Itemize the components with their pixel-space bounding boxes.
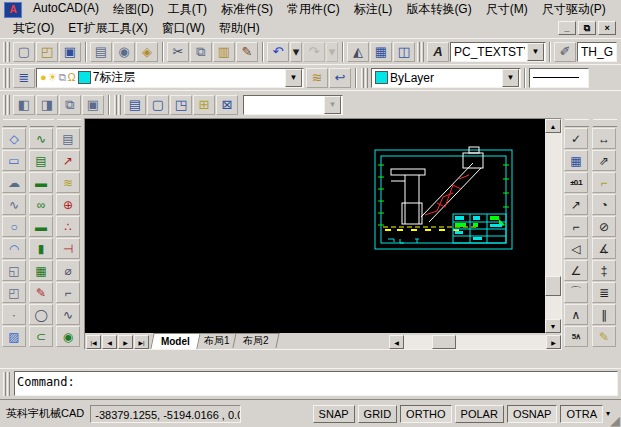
single-viewport-button[interactable]: ◨ (36, 95, 58, 115)
toolbar-grip[interactable] (57, 119, 81, 127)
datum-check-button[interactable]: ✓ (564, 128, 588, 149)
toggle-snap[interactable]: SNAP (313, 405, 355, 423)
pin-part-button[interactable]: ▮ (29, 238, 53, 259)
chevron-down-icon[interactable]: ▼ (502, 69, 519, 87)
minimize-button[interactable]: _ (558, 21, 576, 35)
tool-palettes-button[interactable]: ◫ (393, 42, 415, 62)
toolbar-grip[interactable] (565, 119, 589, 127)
curve-line-button[interactable]: ∿ (56, 304, 80, 325)
close-button[interactable]: × (598, 21, 616, 35)
bushing-part-button[interactable]: ⊂ (29, 326, 53, 347)
leader-arrow-button[interactable]: ↗ (56, 150, 80, 171)
undo-button[interactable]: ↶ (267, 42, 289, 62)
join-viewports-button[interactable]: ▣ (82, 95, 104, 115)
toolbar-grip[interactable] (3, 42, 10, 62)
print-preview-button[interactable]: ◉ (113, 42, 135, 62)
menu-item[interactable]: AutoCAD(A) (26, 0, 106, 19)
hatch-tool-button[interactable]: ▨ (2, 326, 26, 347)
nut-part-button[interactable]: ∞ (29, 194, 53, 215)
toggle-osnap[interactable]: OSNAP (507, 405, 558, 423)
object-viewport-button[interactable]: ⊞ (193, 95, 215, 115)
layer-stack-button[interactable]: ≋ (56, 172, 80, 193)
cut-button[interactable]: ✂ (167, 42, 189, 62)
menu-item[interactable]: ET扩展工具(X) (61, 19, 154, 38)
table-cell-button[interactable]: ▦ (564, 150, 588, 171)
menu-item[interactable]: 常用件(C) (280, 0, 347, 19)
layer-freeze-icon[interactable]: ☀ (48, 72, 58, 83)
layer-plot-icon[interactable]: ⧉ (59, 72, 67, 83)
menu-item[interactable]: 其它(O) (6, 19, 61, 38)
bolt-part-button[interactable]: ▤ (29, 150, 53, 171)
polygon-viewport-button[interactable]: ◳ (170, 95, 192, 115)
tab-nav-button[interactable]: ◀ (102, 335, 117, 349)
command-window-grip[interactable] (3, 372, 10, 396)
toolbar-grip[interactable] (361, 68, 368, 88)
toggle-polar[interactable]: POLAR (455, 405, 504, 423)
menu-item[interactable]: 窗口(W) (155, 19, 212, 38)
stud-part-button[interactable]: ▬ (29, 216, 53, 237)
dimension-edit-button[interactable]: ✎ (592, 326, 616, 347)
make-block-tool-button[interactable]: ◰ (2, 282, 26, 303)
scroll-up-icon[interactable]: ▲ (545, 119, 561, 133)
scroll-left-icon[interactable]: ◀ (389, 335, 404, 349)
menu-item[interactable]: 尺寸(M) (479, 0, 535, 19)
radius-dimension-button[interactable]: ◔ (592, 194, 616, 215)
vertical-scrollbar[interactable]: ▲ ▼ (545, 119, 561, 333)
clip-viewport-button[interactable]: ⊠ (216, 95, 238, 115)
screw-part-button[interactable]: ▬ (29, 172, 53, 193)
ordinate-dimension-button[interactable]: ⌐ (592, 172, 616, 193)
named-views-button[interactable]: ▤ (124, 95, 146, 115)
linear-dimension-button[interactable]: ↔ (592, 128, 616, 149)
aligned-dimension-button[interactable]: ⇗ (592, 150, 616, 171)
scroll-right-icon[interactable]: ▶ (546, 335, 561, 349)
dim-style-combo[interactable]: TH_G (577, 42, 617, 62)
save-button[interactable]: ▣ (59, 42, 81, 62)
spring-part-button[interactable]: ∿ (29, 128, 53, 149)
toolbar-grip[interactable] (3, 119, 27, 127)
toolbar-grip[interactable] (30, 119, 54, 127)
tolerance-button[interactable]: ±0.1 (564, 172, 588, 193)
coordinate-readout[interactable]: -38379.1255, -5194.0166 , 0.0000 (90, 405, 240, 423)
designcenter-button[interactable]: ▦ (370, 42, 392, 62)
diameter-dimension-button[interactable]: ⊘ (592, 216, 616, 237)
vertical-scroll-thumb[interactable] (545, 276, 561, 296)
copy-button[interactable]: ⧉ (190, 42, 212, 62)
toolbar-grip[interactable] (3, 95, 10, 115)
match-properties-button[interactable]: ✎ (236, 42, 258, 62)
chamfer-button[interactable]: ⌐ (564, 216, 588, 237)
slope-button[interactable]: ∠ (564, 260, 588, 281)
tab-model[interactable]: Model (150, 333, 200, 349)
toggle-grid[interactable]: GRID (358, 405, 398, 423)
restore-button[interactable]: ⧉ (578, 21, 596, 35)
toggle-ortho[interactable]: ORTHO (400, 405, 452, 423)
layer-combo[interactable]: ●☀⧉Ω 7标注层 ▼ (36, 68, 304, 88)
color-combo[interactable]: ByLayer ▼ (371, 68, 521, 88)
datum-circle-button[interactable]: ⌀ (56, 260, 80, 281)
menu-item[interactable]: 标注(L) (347, 0, 400, 19)
green-target-button[interactable]: ◉ (56, 326, 80, 347)
toggle-otrack[interactable]: OTRA (560, 405, 603, 423)
drawing-canvas[interactable] (85, 119, 545, 333)
center-target-button[interactable]: ⊕ (56, 194, 80, 215)
leader-text-button[interactable]: ↗ (564, 194, 588, 215)
layer-lock-icon[interactable]: Ω (67, 72, 75, 83)
revision-cloud-tool-button[interactable]: ☁ (2, 172, 26, 193)
toolbar-grip[interactable] (593, 119, 617, 127)
menu-item[interactable]: 标准件(S) (214, 0, 280, 19)
layer-previous-button[interactable]: ↩ (329, 68, 351, 88)
menu-item[interactable]: 尺寸驱动(P) (535, 0, 613, 19)
tab-nav-button[interactable]: ▶| (134, 335, 149, 349)
redo-button[interactable]: ↷ (303, 42, 325, 62)
find-replace-button[interactable]: ◭ (347, 42, 369, 62)
section-view-button[interactable]: ▤ (56, 128, 80, 149)
linetype-combo[interactable] (529, 68, 589, 88)
angle-lines-button[interactable]: ∧ (564, 304, 588, 325)
horizontal-scroll-thumb[interactable] (432, 335, 456, 349)
resize-grip-icon[interactable]: ◢ (610, 414, 620, 427)
viewports-dialog-button[interactable]: ◧ (13, 95, 35, 115)
toolbar-grip[interactable] (114, 95, 121, 115)
point-tool-button[interactable]: ∙ (2, 304, 26, 325)
corner-line-button[interactable]: ⌐ (56, 282, 80, 303)
washer-part-button[interactable]: ▦ (29, 260, 53, 281)
tab-nav-button[interactable]: |◀ (86, 335, 101, 349)
